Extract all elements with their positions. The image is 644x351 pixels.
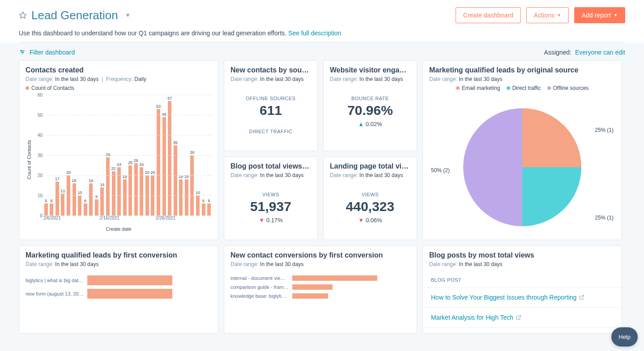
card-title: Contacts created [26, 66, 212, 74]
card-title: New contacts by sou… [230, 66, 311, 74]
svg-point-5 [22, 52, 23, 53]
kpi-label: DIRECT TRAFFIC [230, 129, 311, 134]
filter-dashboard-button[interactable]: Filter dashboard [19, 49, 75, 56]
dashboard-title[interactable]: Lead Generation [31, 8, 118, 22]
card-contacts-created[interactable]: Contacts created Date range: In the last… [19, 60, 218, 240]
kpi-value: 440,323 [330, 199, 410, 214]
mql-pie-chart: 25% (1) 25% (1) 50% (2) [429, 100, 615, 234]
y-axis-label: Count of Contacts [26, 95, 33, 224]
card-title: New contact conversions by first convers… [230, 251, 410, 259]
kpi-label: BOUNCE RATE [330, 96, 410, 101]
table-row[interactable]: Market Analysis for High Tech [423, 308, 622, 328]
assigned-value-link[interactable]: Everyone can edit [575, 49, 625, 56]
card-mql-first-conversion[interactable]: Marketing qualified leads by first conve… [19, 245, 218, 334]
kpi-label: VIEWS [230, 192, 311, 197]
triangle-down-icon: ▼ [358, 217, 364, 224]
kpi-value: 70.96% [330, 103, 410, 118]
kpi-label: VIEWS [330, 192, 410, 197]
chevron-down-icon[interactable]: ▼ [125, 12, 131, 18]
card-title: Website visitor enga… [330, 66, 410, 74]
table-row[interactable]: How to Solve Your Biggest Issues through… [423, 288, 622, 308]
star-icon[interactable] [19, 11, 27, 19]
card-title: Marketing qualified leads by first conve… [26, 251, 212, 259]
x-axis-label: Create date [26, 226, 212, 232]
svg-line-6 [581, 296, 584, 298]
card-blog-post-views[interactable]: Blog post total views… Date range: In th… [224, 156, 318, 241]
card-title: Blog posts by most total views [429, 251, 615, 259]
svg-point-4 [21, 50, 22, 51]
svg-line-7 [518, 316, 521, 318]
see-full-description-link[interactable]: See full description [288, 30, 341, 37]
triangle-down-icon: ▼ [259, 217, 264, 224]
add-report-button[interactable]: Add report▼ [574, 7, 625, 23]
kpi-label: OFFLINE SOURCES [230, 96, 311, 101]
contacts-bar-chart: 0102030405060 66171120161061681429222418… [33, 95, 212, 224]
card-mql-by-source[interactable]: Marketing qualified leads by original so… [422, 60, 622, 240]
card-landing-page-views[interactable]: Landing page total vi… Date range: In th… [323, 156, 417, 241]
kpi-value: 51,937 [230, 199, 311, 214]
external-link-icon [516, 315, 521, 320]
card-visitor-engagement[interactable]: Website visitor enga… Date range: In the… [323, 60, 417, 151]
kpi-value: 611 [230, 103, 311, 118]
svg-marker-0 [20, 12, 26, 18]
help-button[interactable]: Help [611, 327, 638, 339]
table-column-header: BLOG POST [423, 272, 622, 288]
card-blog-posts-table[interactable]: Blog posts by most total views Date rang… [422, 245, 622, 334]
dashboard-description: Use this dashboard to understand how our… [19, 30, 286, 37]
external-link-icon [579, 295, 584, 300]
create-dashboard-button[interactable]: Create dashboard [456, 7, 521, 23]
card-title: Landing page total vi… [330, 162, 410, 170]
card-new-contact-conversions[interactable]: New contact conversions by first convers… [224, 245, 417, 334]
card-title: Marketing qualified leads by original so… [429, 66, 615, 74]
actions-button[interactable]: Actions▼ [526, 7, 569, 23]
card-new-contacts-by-source[interactable]: New contacts by sou… Date range: In the … [224, 60, 318, 151]
card-title: Blog post total views… [230, 162, 311, 170]
filter-icon [19, 49, 26, 55]
triangle-up-icon: ▲ [358, 121, 364, 127]
assigned-label: Assigned: [544, 49, 571, 56]
